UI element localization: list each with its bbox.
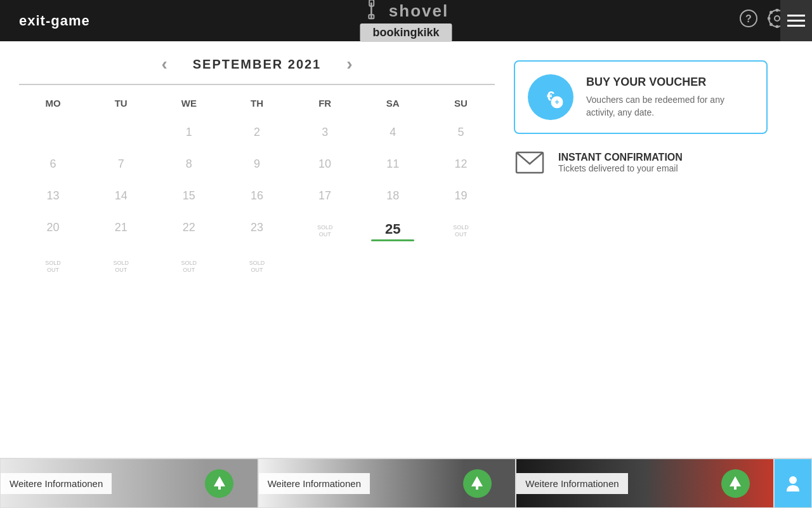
cal-day-sold-out: SOLDOUT (155, 252, 223, 281)
cal-day: 21 (87, 213, 155, 249)
svg-point-7 (776, 9, 779, 12)
confirmation-description: Tickets delivered to your email (558, 163, 683, 173)
cal-day-empty (359, 252, 427, 281)
cal-day: 16 (223, 182, 291, 210)
cal-day: 8 (155, 150, 223, 178)
cal-day-sold-out: SOLDOUT (223, 252, 291, 281)
cal-day: 1 (155, 118, 223, 147)
cal-day: 13 (19, 182, 87, 210)
bottom-card-1[interactable]: Weitere Informationen (0, 458, 258, 508)
prev-month-button[interactable]: ‹ (161, 54, 167, 74)
bottom-card-label-1[interactable]: Weitere Informationen (1, 473, 112, 494)
voucher-text: BUY YOUR VOUCHER Vouchers can be redeeme… (586, 76, 754, 119)
cal-day: 10 (291, 150, 359, 178)
cal-day-empty (87, 118, 155, 147)
svg-point-13 (769, 23, 773, 26)
sold-out-label: SOLDOUT (181, 260, 197, 274)
svg-point-8 (776, 25, 779, 29)
right-panel: € + BUY YOUR VOUCHER Vouchers can be red… (514, 54, 768, 281)
cal-day: 15 (155, 182, 223, 210)
day-header-sa: SA (359, 95, 427, 112)
day-header-we: WE (155, 95, 223, 112)
cal-day: 3 (291, 118, 359, 147)
calendar-header-row: MO TU WE TH FR SA SU (19, 95, 495, 112)
bottom-section: Weitere Informationen Weitere Informatio… (0, 458, 812, 508)
sold-out-label: SOLDOUT (317, 224, 333, 238)
cal-day: 5 (427, 118, 495, 147)
sold-out-label: SOLDOUT (113, 260, 129, 274)
svg-marker-20 (214, 476, 225, 486)
bottom-card-3[interactable]: Weitere Informationen (516, 458, 774, 508)
cal-day: 23 (223, 213, 291, 249)
svg-line-0 (364, 3, 379, 18)
card-icon-placeholder-3 (697, 459, 773, 507)
shovel-container: shovel (363, 0, 449, 22)
calendar-week: 6 7 8 9 10 11 12 (19, 150, 495, 178)
svg-rect-25 (734, 486, 737, 490)
confirmation-title: INSTANT CONFIRMATION (558, 152, 683, 163)
subtitle-box: bookingkikk (360, 23, 452, 42)
cal-day: 7 (87, 150, 155, 178)
day-header-th: TH (223, 95, 291, 112)
bottom-cards-container: Weitere Informationen Weitere Informatio… (0, 458, 812, 508)
calendar-divider (19, 84, 495, 85)
confirmation-row: INSTANT CONFIRMATION Tickets delivered t… (514, 144, 768, 182)
tree-icon-2 (463, 469, 492, 498)
cal-day: 19 (427, 182, 495, 210)
bottom-card-4[interactable] (774, 458, 812, 508)
calendar-week: 1 2 3 4 5 (19, 118, 495, 147)
card-icon-placeholder-2 (439, 459, 515, 507)
svg-rect-23 (476, 486, 478, 490)
calendar-section: ‹ SEPTEMBER 2021 › MO TU WE TH FR SA SU … (19, 54, 495, 281)
bottom-card-2[interactable]: Weitere Informationen (258, 458, 516, 508)
tree-icon-3 (721, 469, 750, 498)
svg-text:+: + (554, 98, 559, 107)
calendar-grid: MO TU WE TH FR SA SU 1 2 3 4 5 (19, 95, 495, 281)
cal-day: 14 (87, 182, 155, 210)
svg-point-26 (789, 476, 797, 484)
svg-text:?: ? (745, 13, 752, 24)
calendar-month-title: SEPTEMBER 2021 (193, 57, 322, 72)
game-name: shovel (389, 1, 449, 21)
bottom-card-label-3[interactable]: Weitere Informationen (516, 473, 627, 494)
voucher-card[interactable]: € + BUY YOUR VOUCHER Vouchers can be red… (514, 60, 768, 134)
cal-day-sold-out: SOLDOUT (291, 213, 359, 249)
cal-day: 11 (359, 150, 427, 178)
header-center: shovel bookingkikk (360, 0, 452, 42)
cal-day-sold-out: SOLDOUT (427, 213, 495, 249)
calendar-week: SOLDOUT SOLDOUT SOLDOUT SOLDOUT (19, 252, 495, 281)
cal-day-empty (427, 252, 495, 281)
calendar-week: 13 14 15 16 17 18 19 (19, 182, 495, 210)
mail-icon (514, 147, 546, 178)
hamburger-menu[interactable] (780, 0, 812, 41)
day-header-tu: TU (87, 95, 155, 112)
bottom-card-label-2[interactable]: Weitere Informationen (259, 473, 370, 494)
cal-day: 22 (155, 213, 223, 249)
voucher-title: BUY YOUR VOUCHER (586, 76, 754, 89)
svg-marker-24 (730, 476, 741, 486)
calendar-week: 20 21 22 23 SOLDOUT 25 SOLDOUT (19, 213, 495, 249)
cal-day: 17 (291, 182, 359, 210)
tree-icon-1 (205, 469, 233, 498)
voucher-icon: € + (528, 74, 573, 120)
svg-marker-22 (471, 476, 483, 486)
voucher-description: Vouchers can be redeemed for any activit… (586, 94, 754, 119)
header-right: ? (739, 9, 787, 32)
cal-day: 6 (19, 150, 87, 178)
calendar-nav: ‹ SEPTEMBER 2021 › (19, 54, 495, 74)
confirmation-text: INSTANT CONFIRMATION Tickets delivered t… (558, 152, 683, 173)
day-header-fr: FR (291, 95, 359, 112)
cal-day: 9 (223, 150, 291, 178)
cal-day: 2 (223, 118, 291, 147)
cal-day-empty (291, 252, 359, 281)
main-content: ‹ SEPTEMBER 2021 › MO TU WE TH FR SA SU … (0, 41, 812, 294)
logo: exit-game (0, 13, 90, 29)
next-month-button[interactable]: › (346, 54, 352, 74)
help-button[interactable]: ? (739, 9, 758, 32)
cal-day-sold-out: SOLDOUT (87, 252, 155, 281)
shovel-icon (358, 0, 388, 25)
cal-day: 12 (427, 150, 495, 178)
cal-day-selected[interactable]: 25 (359, 213, 427, 249)
svg-point-11 (769, 11, 773, 14)
day-header-su: SU (427, 95, 495, 112)
